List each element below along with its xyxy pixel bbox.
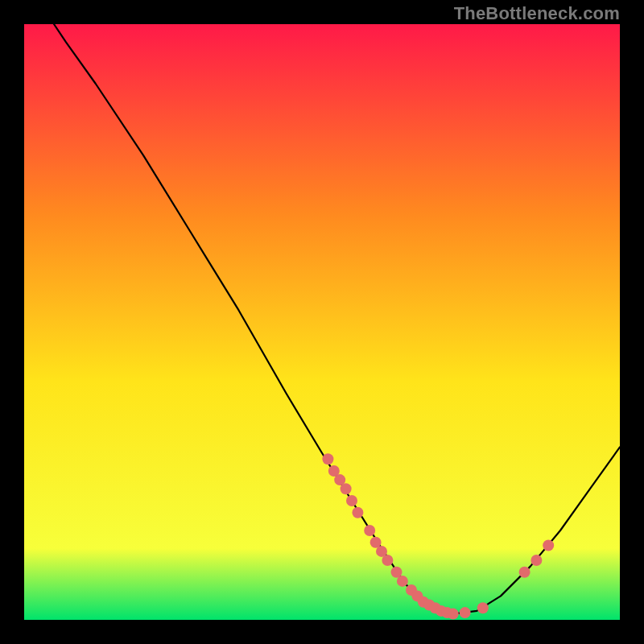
sample-point [352,507,363,518]
sample-point [341,483,352,494]
chart-frame: TheBottleneck.com [0,0,644,644]
sample-point [346,495,357,506]
sample-point [322,453,333,464]
attribution-text: TheBottleneck.com [454,3,620,24]
chart-svg [24,24,620,620]
sample-point [543,540,554,551]
sample-point [530,555,542,566]
sample-point [519,567,530,578]
sample-point [477,602,489,613]
sample-point [382,555,393,566]
sample-point [448,609,459,620]
sample-point [364,525,375,536]
sample-point [397,576,408,587]
gradient-background [24,24,620,620]
plot-area [24,24,620,620]
sample-point [460,607,471,618]
